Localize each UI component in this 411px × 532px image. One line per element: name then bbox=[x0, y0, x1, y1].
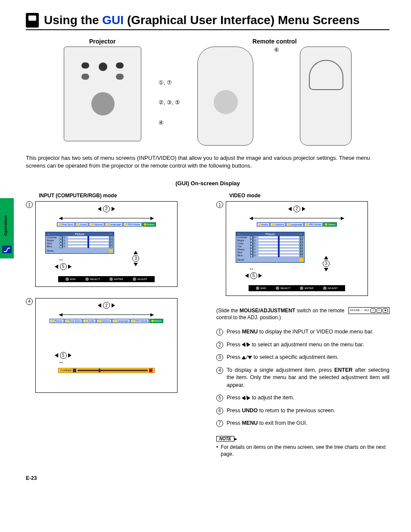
menubar-input-full: PictureFine SyncAudioOptionsLanguagePRJ … bbox=[41, 319, 172, 323]
on-button-icon bbox=[81, 62, 89, 68]
step-marker-3: 3 bbox=[132, 255, 139, 262]
remote-back-box bbox=[300, 47, 352, 146]
page-number: E-23 bbox=[26, 475, 389, 481]
tab-prj-mode: PRJ Mode bbox=[123, 222, 142, 227]
hint-strip: END SELECT ENTER ADJUST bbox=[58, 276, 155, 282]
double-arrow-icon: ↔ bbox=[58, 256, 172, 263]
note-label: NOTE bbox=[216, 436, 234, 442]
page-title-row: Using the GUI (Graphical User Interface)… bbox=[26, 13, 389, 30]
tab-audio: Audio bbox=[83, 319, 96, 323]
panel-row-red: Red◀0▶ bbox=[46, 242, 114, 245]
video-mode-column: VIDEO mode 1 2 AudioOptionsLanguagePRJ M… bbox=[216, 193, 389, 458]
tab-prj-mode: PRJ Mode bbox=[131, 319, 149, 323]
remote-label: Remote control bbox=[197, 38, 352, 45]
video-mode-label: VIDEO mode bbox=[229, 193, 389, 199]
callout-1-7: ①, ⑦ bbox=[159, 79, 180, 86]
step-4: 4To display a single adjustment item, pr… bbox=[216, 367, 389, 389]
tab-options: Options bbox=[89, 222, 104, 227]
panel-row-reset: Reset bbox=[46, 248, 114, 253]
panel-row-reset: Reset bbox=[236, 257, 304, 262]
tab-language: Language bbox=[112, 319, 130, 323]
minus-button-icon bbox=[116, 74, 124, 80]
menubar-video: AudioOptionsLanguagePRJ ModeStatus bbox=[231, 222, 362, 227]
tab-options: Options bbox=[97, 319, 112, 323]
remote-callout-6: ⑥ bbox=[264, 47, 290, 53]
step-marker-5v: 5 bbox=[250, 272, 257, 279]
step-marker-2v: 2 bbox=[293, 205, 300, 212]
callout-2-3-5: ②, ③, ⑤ bbox=[159, 99, 180, 106]
step-marker-4: 4 bbox=[26, 298, 33, 305]
remote-dpad-icon bbox=[214, 90, 238, 114]
double-arrow-icon: ↔ bbox=[249, 265, 362, 272]
horiz-arrow-icon bbox=[59, 218, 154, 218]
step-marker-1v: 1 bbox=[216, 201, 223, 208]
step-2: 2Press / to select an adjustment menu on… bbox=[216, 341, 389, 349]
panel-row-contrast: Contrast◀0▶ bbox=[46, 236, 114, 239]
input-mode-label: INPUT (COMPUTER/RGB) mode bbox=[39, 193, 199, 199]
tab-status: Status bbox=[323, 222, 337, 227]
picture-panel-video: ←Picture→ Contrast◀0▶Bright◀0▶Color◀0▶Ti… bbox=[236, 232, 305, 263]
step-marker-2: 2 bbox=[103, 205, 110, 212]
callout-4: ④ bbox=[159, 119, 180, 126]
step-marker-1: 1 bbox=[26, 201, 33, 208]
mute-button-icon bbox=[99, 62, 107, 71]
step-3: 3Press / to select a specific adjustment… bbox=[216, 354, 389, 361]
step-marker-3v: 3 bbox=[323, 260, 330, 267]
title-icon bbox=[26, 13, 39, 28]
remote-back-pad-icon bbox=[309, 60, 343, 90]
tab-fine-sync: Fine Sync bbox=[57, 222, 75, 227]
step-marker-2b: 2 bbox=[103, 302, 110, 309]
remote-front-box bbox=[197, 47, 253, 146]
panel-row-contrast: Contrast◀0▶ bbox=[236, 236, 304, 239]
step-5: 5Press / to adjust the item. bbox=[216, 394, 389, 402]
tab-picture: Picture bbox=[50, 319, 64, 323]
steps-list: 1Press MENU to display the INPUT or VIDE… bbox=[216, 328, 389, 427]
note-text: For details on items on the menu screen,… bbox=[221, 444, 389, 458]
panel-row-color: Color◀0▶ bbox=[236, 242, 304, 245]
tab-fine-sync: Fine Sync bbox=[65, 319, 83, 323]
vert-arrow-group: 3 bbox=[323, 256, 330, 271]
menubar-input: Fine SyncAudioOptionsLanguagePRJ ModeSta… bbox=[41, 222, 172, 227]
hint-strip: END SELECT ENTER ADJUST bbox=[249, 285, 345, 291]
off-button-icon bbox=[81, 74, 89, 80]
step-marker-5: 5 bbox=[60, 263, 67, 270]
page-title: Using the GUI (Graphical User Interface)… bbox=[44, 13, 360, 27]
panel-row-bright: Bright◀0▶ bbox=[236, 239, 304, 242]
step-1: 1Press MENU to display the INPUT or VIDE… bbox=[216, 328, 389, 336]
tab-language: Language bbox=[105, 222, 123, 227]
gui-section-title: (GUI) On-screen Display bbox=[26, 180, 389, 187]
tab-prj-mode: PRJ Mode bbox=[304, 222, 323, 227]
tab-language: Language bbox=[286, 222, 304, 227]
input-mode-column: INPUT (COMPUTER/RGB) mode 1 2 Fine SyncA… bbox=[26, 193, 199, 458]
projector-callouts: ①, ⑦ ②, ③, ⑤ ④ bbox=[159, 38, 180, 146]
panel-row-blue: Blue◀0▶ bbox=[236, 254, 304, 257]
panel-row-bright: Bright◀0▶ bbox=[46, 239, 114, 242]
panel-row-blue: Blue◀0▶ bbox=[46, 245, 114, 248]
plus-button-icon bbox=[116, 62, 124, 68]
tab-audio: Audio bbox=[257, 222, 270, 227]
horiz-arrow-icon bbox=[59, 314, 154, 315]
tab-status: Status bbox=[149, 319, 163, 323]
tab-options: Options bbox=[270, 222, 286, 227]
projector-diagram: Projector bbox=[64, 38, 141, 146]
panel-row-sharp: Sharp◀0▶ bbox=[236, 248, 304, 251]
dpad-icon bbox=[91, 92, 115, 115]
slide-note: (Slide the MOUSE/ADJUSTMENT switch on th… bbox=[216, 307, 389, 322]
double-arrow-icon: ↔ bbox=[58, 359, 172, 365]
step-6: 6Press UNDO to return to the previous sc… bbox=[216, 407, 389, 415]
step-7: 7Press MENU to exit from the GUI. bbox=[216, 420, 389, 427]
intro-text: This projector has two sets of menu scre… bbox=[26, 154, 389, 170]
projector-box bbox=[64, 47, 141, 141]
note-section: NOTE▸ •For details on items on the menu … bbox=[216, 435, 389, 458]
mouse-adj-switch-icon: MOUSE→ADJ. ⌖▭◉ bbox=[349, 307, 389, 314]
picture-panel-input: ←Picture→ Contrast◀0▶Bright◀0▶Red◀0▶Blue… bbox=[45, 232, 114, 254]
horiz-arrow-icon bbox=[249, 218, 344, 218]
video-screen-1: 1 2 AudioOptionsLanguagePRJ ModeStatus ←… bbox=[216, 201, 389, 296]
input-screen-1: 1 2 Fine SyncAudioOptionsLanguagePRJ Mod… bbox=[26, 201, 199, 286]
vert-arrow-group: 3 bbox=[132, 251, 139, 266]
projector-label: Projector bbox=[64, 38, 141, 45]
panel-row-tint: Tint◀0▶ bbox=[236, 245, 304, 248]
panel-row-red: Red◀0▶ bbox=[236, 251, 304, 254]
input-screen-4: 4 2 PictureFine SyncAudioOptionsLanguage… bbox=[26, 298, 199, 393]
single-adjust-item: Contrast bbox=[58, 368, 155, 373]
